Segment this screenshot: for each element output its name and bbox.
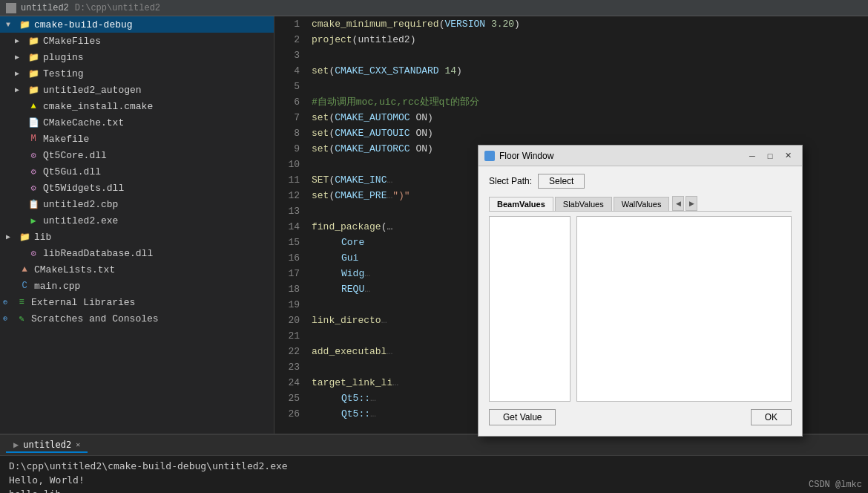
tab-wall-values[interactable]: WallValues bbox=[614, 197, 670, 211]
dialog-title: Floor Window bbox=[499, 151, 743, 161]
cmake-icon: ▲ bbox=[18, 264, 31, 275]
sidebar-label: cmake_install.cmake bbox=[43, 101, 153, 112]
sidebar-item-qt5widgets[interactable]: ⚙ Qt5Widgets.dll bbox=[0, 180, 274, 196]
dialog-titlebar[interactable]: Floor Window ─ □ ✕ bbox=[479, 146, 802, 166]
scratches-icon: ✎ bbox=[15, 313, 28, 324]
sidebar-label: main.cpp bbox=[34, 281, 80, 292]
get-value-button[interactable]: Get Value bbox=[489, 409, 556, 425]
project-label: untitled2 bbox=[21, 3, 69, 13]
terminal-line1: D:\cpp\untitled2\cmake-build-debug\untit… bbox=[9, 459, 859, 473]
arrow-icon: ▶ bbox=[15, 53, 27, 62]
dll-icon: ⚙ bbox=[27, 166, 40, 177]
tab-beam-values[interactable]: BeamValues bbox=[489, 197, 553, 211]
sidebar-item-cmake-install[interactable]: ▲ cmake_install.cmake bbox=[0, 98, 274, 114]
line-numbers: 12345 678910 1112131415 1617181920 21222… bbox=[274, 16, 306, 434]
terminal-content: D:\cpp\untitled2\cmake-build-debug\untit… bbox=[0, 456, 868, 493]
app-icon bbox=[6, 3, 16, 13]
folder-icon: 📁 bbox=[18, 19, 31, 30]
sidebar-label: plugins bbox=[43, 52, 84, 63]
sidebar-label: Qt5Gui.dll bbox=[43, 166, 101, 177]
sidebar-label: Makefile bbox=[43, 134, 89, 145]
make-icon: M bbox=[27, 134, 40, 144]
terminal-line2: Hello, World! bbox=[9, 473, 859, 487]
sidebar-label: untitled2_autogen bbox=[43, 85, 142, 96]
sidebar: ▼ 📁 cmake-build-debug ▶ 📁 CMakeFiles ▶ 📁… bbox=[0, 16, 274, 434]
path-row: Slect Path: Select bbox=[489, 174, 792, 189]
folder-icon: 📁 bbox=[27, 36, 40, 46]
dll-icon: ⚙ bbox=[27, 183, 40, 193]
sidebar-item-cmake-build-debug[interactable]: ▼ 📁 cmake-build-debug bbox=[0, 16, 274, 33]
dialog-close-button[interactable]: ✕ bbox=[780, 149, 796, 163]
sidebar-label: untitled2.exe bbox=[43, 215, 118, 226]
cbp-icon: 📋 bbox=[27, 199, 40, 209]
external-icon: ≡ bbox=[15, 297, 28, 307]
dll-icon: ⚙ bbox=[27, 248, 40, 258]
terminal-tabs: ▶ untitled2 ✕ bbox=[0, 435, 868, 456]
arrow-icon: ▼ bbox=[6, 21, 18, 29]
sidebar-item-lib[interactable]: ▶ 📁 lib bbox=[0, 229, 274, 245]
dialog-icon bbox=[484, 151, 495, 161]
folder-icon: 📁 bbox=[27, 85, 40, 95]
sidebar-item-external-libs[interactable]: ⊕ ≡ External Libraries bbox=[0, 294, 274, 310]
terminal-tab-untitled2[interactable]: ▶ untitled2 ✕ bbox=[6, 438, 88, 453]
folder-icon: 📁 bbox=[27, 52, 40, 62]
exe-icon: ▶ bbox=[27, 215, 40, 226]
sidebar-item-maincpp[interactable]: C main.cpp bbox=[0, 278, 274, 294]
sidebar-label: External Libraries bbox=[31, 297, 135, 308]
sidebar-label: Testing bbox=[43, 68, 84, 79]
sidebar-item-cbp[interactable]: 📋 untitled2.cbp bbox=[0, 196, 274, 212]
folder-icon: 📁 bbox=[18, 232, 31, 242]
floor-window-dialog: Floor Window ─ □ ✕ Slect Path: Select Be… bbox=[478, 145, 803, 437]
sidebar-item-makefile[interactable]: M Makefile bbox=[0, 131, 274, 147]
sidebar-label: cmake-build-debug bbox=[34, 19, 133, 30]
sidebar-label: CMakeCache.txt bbox=[43, 117, 124, 128]
left-list[interactable] bbox=[489, 216, 571, 402]
ok-button[interactable]: OK bbox=[751, 409, 792, 425]
folder-icon: 📁 bbox=[27, 68, 40, 79]
top-bar: untitled2 D:\cpp\untitled2 bbox=[0, 0, 868, 16]
terminal-close-icon[interactable]: ✕ bbox=[76, 440, 80, 448]
cache-icon: 📄 bbox=[27, 117, 40, 128]
sidebar-item-libreaddb[interactable]: ⚙ libReadDatabase.dll bbox=[0, 245, 274, 261]
sidebar-item-cmakelists[interactable]: ▲ CMakeLists.txt bbox=[0, 261, 274, 278]
cmake-icon: ▲ bbox=[27, 101, 40, 111]
arrow-icon: ⊕ bbox=[3, 314, 15, 323]
sidebar-item-cmakecache[interactable]: 📄 CMakeCache.txt bbox=[0, 114, 274, 131]
arrow-icon: ▶ bbox=[15, 36, 27, 45]
sidebar-label: CMakeFiles bbox=[43, 36, 101, 47]
sidebar-item-autogen[interactable]: ▶ 📁 untitled2_autogen bbox=[0, 82, 274, 98]
sidebar-item-exe[interactable]: ▶ untitled2.exe bbox=[0, 212, 274, 229]
dll-icon: ⚙ bbox=[27, 150, 40, 160]
tab-slab-values[interactable]: SlabValues bbox=[555, 197, 612, 211]
content-area bbox=[489, 216, 792, 402]
project-path: D:\cpp\untitled2 bbox=[75, 3, 160, 13]
tab-scroll-left-button[interactable]: ◀ bbox=[672, 196, 684, 211]
sidebar-item-cmakefiles[interactable]: ▶ 📁 CMakeFiles bbox=[0, 33, 274, 49]
arrow-icon: ▶ bbox=[15, 85, 27, 94]
bottom-panel: ▶ untitled2 ✕ D:\cpp\untitled2\cmake-bui… bbox=[0, 434, 868, 493]
dialog-minimize-button[interactable]: ─ bbox=[744, 149, 760, 163]
terminal-tab-label: untitled2 bbox=[23, 440, 71, 450]
sidebar-label: Qt5Widgets.dll bbox=[43, 183, 124, 194]
select-path-button[interactable]: Select bbox=[538, 174, 585, 189]
dialog-maximize-button[interactable]: □ bbox=[762, 149, 778, 163]
sidebar-item-testing[interactable]: ▶ 📁 Testing bbox=[0, 65, 274, 82]
tab-scroll-right-button[interactable]: ▶ bbox=[685, 196, 697, 211]
sidebar-label: libReadDatabase.dll bbox=[43, 248, 153, 259]
dialog-footer: Get Value OK bbox=[489, 409, 792, 428]
arrow-icon: ▶ bbox=[15, 69, 27, 78]
cpp-icon: C bbox=[18, 281, 31, 291]
right-list[interactable] bbox=[576, 216, 792, 402]
path-label: Slect Path: bbox=[489, 176, 532, 186]
dialog-body: Slect Path: Select BeamValues SlabValues… bbox=[479, 166, 802, 436]
sidebar-label: Scratches and Consoles bbox=[31, 313, 159, 324]
arrow-icon: ▶ bbox=[6, 232, 18, 241]
sidebar-item-scratches[interactable]: ⊕ ✎ Scratches and Consoles bbox=[0, 310, 274, 327]
sidebar-item-qt5core[interactable]: ⚙ Qt5Core.dll bbox=[0, 147, 274, 163]
terminal-icon: ▶ bbox=[13, 440, 19, 450]
sidebar-item-plugins[interactable]: ▶ 📁 plugins bbox=[0, 49, 274, 65]
sidebar-item-qt5gui[interactable]: ⚙ Qt5Gui.dll bbox=[0, 163, 274, 180]
arrow-icon: ⊕ bbox=[3, 298, 15, 307]
sidebar-label: CMakeLists.txt bbox=[34, 264, 115, 275]
tab-bar: BeamValues SlabValues WallValues ◀ ▶ bbox=[489, 196, 792, 212]
